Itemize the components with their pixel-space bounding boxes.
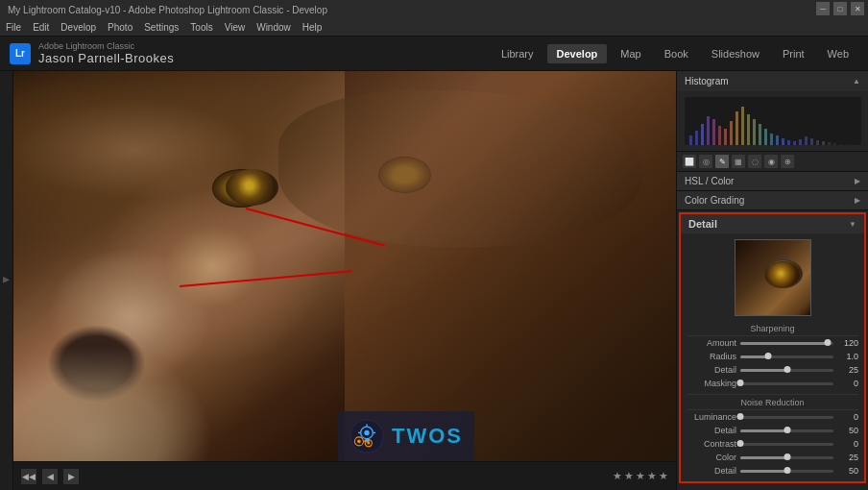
tab-library[interactable]: Library xyxy=(492,44,543,63)
luminance-value: 0 xyxy=(837,412,858,422)
masking-slider[interactable] xyxy=(740,382,833,385)
detail-thumb[interactable] xyxy=(784,366,790,373)
detail-value: 25 xyxy=(837,365,858,375)
svg-point-9 xyxy=(357,440,361,444)
nr-detail-thumb[interactable] xyxy=(784,427,790,433)
color-detail-row: Detail 50 xyxy=(681,464,864,478)
sharpening-radius-row: Radius 1.0 xyxy=(681,350,864,363)
contrast-row: Contrast 0 xyxy=(681,437,864,451)
filmstrip-prev-prev[interactable]: ◀◀ xyxy=(21,469,36,484)
color-detail-slider[interactable] xyxy=(740,470,833,473)
tab-develop[interactable]: Develop xyxy=(547,44,608,63)
detail-s-label: Detail xyxy=(687,365,736,375)
contrast-label: Contrast xyxy=(687,439,736,449)
color-picker-icon[interactable]: ⊕ xyxy=(781,155,794,168)
amount-slider[interactable] xyxy=(740,342,833,345)
color-fill xyxy=(740,456,787,459)
color-label: Color xyxy=(687,453,736,462)
menu-photo[interactable]: Photo xyxy=(108,22,133,33)
detail-label: Detail xyxy=(688,218,717,230)
luminance-row: Luminance 0 xyxy=(681,410,864,424)
menu-window[interactable]: Window xyxy=(256,22,291,33)
radial-icon[interactable]: ◌ xyxy=(748,155,761,168)
contrast-thumb[interactable] xyxy=(737,440,744,447)
menu-develop[interactable]: Develop xyxy=(60,22,96,33)
menu-view[interactable]: View xyxy=(225,22,246,33)
sharpening-masking-row: Masking 0 xyxy=(681,377,864,390)
nr-detail-value: 50 xyxy=(837,426,858,435)
amount-label: Amount xyxy=(687,338,736,348)
radius-thumb[interactable] xyxy=(765,353,772,359)
menu-settings[interactable]: Settings xyxy=(144,22,179,33)
detail-fill xyxy=(740,369,787,372)
noise-reduction-section: Noise Reduction Luminance 0 Detail xyxy=(681,390,864,481)
tab-slideshow[interactable]: Slideshow xyxy=(702,44,769,63)
histogram-header[interactable]: Histogram ▲ xyxy=(677,71,868,91)
masking-thumb[interactable] xyxy=(737,380,744,386)
photo-area: ◀◀ ◀ ▶ ★ ★ ★ ★ ★ xyxy=(13,71,676,490)
sharpening-title: Sharpening xyxy=(687,322,858,336)
radius-label: Radius xyxy=(687,352,736,361)
crop-icon[interactable]: ⬜ xyxy=(683,155,696,168)
filmstrip: ◀◀ ◀ ▶ ★ ★ ★ ★ ★ xyxy=(13,461,676,490)
brush-icon[interactable]: ✎ xyxy=(715,155,729,168)
menu-edit[interactable]: Edit xyxy=(33,22,49,33)
color-detail-thumb[interactable] xyxy=(784,467,790,474)
hsl-label: HSL / Color xyxy=(685,176,734,186)
tab-web[interactable]: Web xyxy=(818,44,858,63)
maximize-button[interactable]: □ xyxy=(833,2,847,15)
detail-slider[interactable] xyxy=(740,369,833,372)
nr-detail-slider[interactable] xyxy=(740,429,833,432)
color-detail-label: Detail xyxy=(687,466,736,476)
detail-header[interactable]: Detail ▼ xyxy=(681,214,864,233)
color-thumb[interactable] xyxy=(784,453,790,460)
filmstrip-prev[interactable]: ◀ xyxy=(42,469,58,484)
hsl-header[interactable]: HSL / Color ▶ xyxy=(677,172,868,190)
module-tabs: Library Develop Map Book Slideshow Print… xyxy=(492,44,858,63)
masking-label: Masking xyxy=(687,379,736,388)
color-detail-fill xyxy=(740,470,787,473)
brand-sub: Adobe Lightroom Classic xyxy=(38,41,174,51)
tab-book[interactable]: Book xyxy=(655,44,698,63)
lr-logo-icon: Lr xyxy=(10,43,31,64)
nr-detail-label: Detail xyxy=(687,426,736,435)
right-panel: Histogram ▲ xyxy=(676,71,868,490)
contrast-slider[interactable] xyxy=(740,443,833,446)
eye-icon[interactable]: ◉ xyxy=(764,155,778,168)
brand-name: Jason Parnell-Brookes xyxy=(38,51,174,65)
color-slider[interactable] xyxy=(740,456,833,459)
star-rating[interactable]: ★ ★ ★ ★ ★ xyxy=(613,470,668,482)
detail-panel: Detail ▼ Sharpening Amount 120 xyxy=(679,212,866,483)
color-row: Color 25 xyxy=(681,451,864,464)
watermark-text: TWOS xyxy=(392,424,463,449)
watermark: TWOS xyxy=(338,411,474,461)
menu-help[interactable]: Help xyxy=(302,22,323,33)
hsl-color-section: HSL / Color ▶ xyxy=(677,172,868,191)
gradient-icon[interactable]: ▦ xyxy=(732,155,745,168)
main-area: ◀ xyxy=(0,71,868,490)
minimize-button[interactable]: ─ xyxy=(816,2,830,15)
luminance-thumb[interactable] xyxy=(737,413,744,420)
luminance-label: Luminance xyxy=(687,412,736,422)
hsl-arrow: ▶ xyxy=(855,177,860,185)
top-navigation: Lr Adobe Lightroom Classic Jason Parnell… xyxy=(0,37,868,71)
histogram-label: Histogram xyxy=(685,76,729,86)
radius-slider[interactable] xyxy=(740,355,833,358)
color-grading-header[interactable]: Color Grading ▶ xyxy=(677,191,868,209)
menu-tools[interactable]: Tools xyxy=(190,22,212,33)
luminance-slider[interactable] xyxy=(740,416,833,419)
tab-print[interactable]: Print xyxy=(773,44,814,63)
close-button[interactable]: ✕ xyxy=(851,2,864,15)
menu-file[interactable]: File xyxy=(6,22,21,33)
tab-map[interactable]: Map xyxy=(611,44,650,63)
main-photo xyxy=(13,71,676,461)
detail-preview-thumbnail xyxy=(735,239,811,316)
noise-reduction-title: Noise Reduction xyxy=(687,394,858,410)
nr-detail-row: Detail 50 xyxy=(681,424,864,437)
amount-thumb[interactable] xyxy=(825,339,832,346)
heal-icon[interactable]: ◎ xyxy=(699,155,712,168)
svg-point-6 xyxy=(364,430,369,435)
filmstrip-next[interactable]: ▶ xyxy=(63,469,79,484)
sharpening-amount-row: Amount 120 xyxy=(681,336,864,350)
title-text: My Lightroom Catalog-v10 - Adobe Photosh… xyxy=(8,5,327,15)
